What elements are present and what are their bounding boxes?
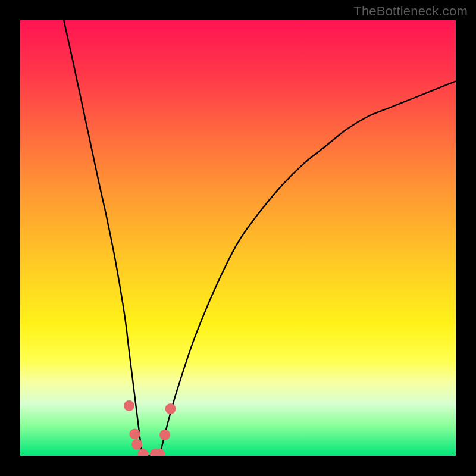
data-markers bbox=[124, 400, 176, 456]
chart-frame: TheBottleneck.com bbox=[0, 0, 476, 476]
right-branch bbox=[159, 81, 456, 456]
data-marker bbox=[159, 430, 170, 440]
curve-layer bbox=[20, 20, 456, 456]
data-marker bbox=[165, 403, 176, 414]
data-marker bbox=[130, 428, 140, 439]
watermark-text: TheBottleneck.com bbox=[353, 4, 468, 19]
data-marker bbox=[124, 400, 134, 411]
data-marker bbox=[131, 439, 142, 450]
plot-area bbox=[20, 20, 456, 456]
data-marker bbox=[137, 449, 148, 456]
left-branch bbox=[64, 20, 142, 456]
